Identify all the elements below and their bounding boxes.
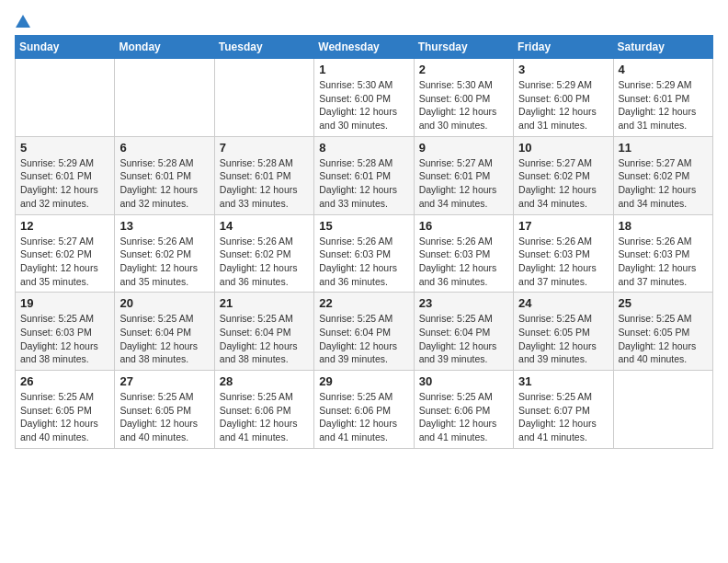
calendar-cell: 18Sunrise: 5:26 AM Sunset: 6:03 PM Dayli… <box>613 214 712 293</box>
calendar-cell: 24Sunrise: 5:25 AM Sunset: 6:05 PM Dayli… <box>514 293 613 371</box>
weekday-header: Monday <box>115 36 214 59</box>
day-number: 31 <box>518 374 608 388</box>
day-number: 15 <box>319 219 408 233</box>
day-number: 4 <box>619 63 708 76</box>
calendar-cell: 17Sunrise: 5:26 AM Sunset: 6:03 PM Dayli… <box>514 214 613 293</box>
calendar-cell <box>613 371 712 449</box>
calendar-cell: 8Sunrise: 5:28 AM Sunset: 6:01 PM Daylig… <box>314 136 414 214</box>
calendar-cell: 27Sunrise: 5:25 AM Sunset: 6:05 PM Dayli… <box>115 371 214 449</box>
calendar-week-row: 12Sunrise: 5:27 AM Sunset: 6:02 PM Dayli… <box>16 214 713 293</box>
day-number: 25 <box>619 296 708 310</box>
day-info: Sunrise: 5:25 AM Sunset: 6:04 PM Dayligh… <box>220 312 309 366</box>
weekday-header: Tuesday <box>214 36 313 59</box>
day-info: Sunrise: 5:26 AM Sunset: 6:03 PM Dayligh… <box>419 235 508 289</box>
calendar-cell: 2Sunrise: 5:30 AM Sunset: 6:00 PM Daylig… <box>414 59 513 137</box>
day-info: Sunrise: 5:25 AM Sunset: 6:04 PM Dayligh… <box>119 312 209 366</box>
day-info: Sunrise: 5:26 AM Sunset: 6:03 PM Dayligh… <box>518 235 608 289</box>
calendar-cell: 23Sunrise: 5:25 AM Sunset: 6:04 PM Dayli… <box>414 293 513 371</box>
logo-triangle-icon <box>16 15 30 28</box>
day-info: Sunrise: 5:25 AM Sunset: 6:05 PM Dayligh… <box>119 390 209 444</box>
day-info: Sunrise: 5:27 AM Sunset: 6:02 PM Dayligh… <box>20 235 109 289</box>
day-number: 24 <box>518 296 608 310</box>
calendar-week-row: 19Sunrise: 5:25 AM Sunset: 6:03 PM Dayli… <box>16 293 713 371</box>
calendar-cell <box>214 59 313 137</box>
day-number: 5 <box>20 141 109 155</box>
day-info: Sunrise: 5:27 AM Sunset: 6:01 PM Dayligh… <box>419 156 508 211</box>
calendar-cell: 19Sunrise: 5:25 AM Sunset: 6:03 PM Dayli… <box>16 293 115 371</box>
day-number: 29 <box>319 374 408 388</box>
day-number: 26 <box>20 374 109 388</box>
day-info: Sunrise: 5:27 AM Sunset: 6:02 PM Dayligh… <box>518 156 608 211</box>
day-info: Sunrise: 5:30 AM Sunset: 6:00 PM Dayligh… <box>319 78 408 132</box>
calendar-cell: 28Sunrise: 5:25 AM Sunset: 6:06 PM Dayli… <box>214 371 313 449</box>
weekday-header: Saturday <box>613 36 712 59</box>
calendar-cell: 31Sunrise: 5:25 AM Sunset: 6:07 PM Dayli… <box>514 371 613 449</box>
day-number: 22 <box>319 296 408 310</box>
day-info: Sunrise: 5:25 AM Sunset: 6:05 PM Dayligh… <box>518 312 608 366</box>
day-info: Sunrise: 5:27 AM Sunset: 6:02 PM Dayligh… <box>619 156 708 211</box>
calendar-cell: 1Sunrise: 5:30 AM Sunset: 6:00 PM Daylig… <box>314 59 414 137</box>
day-number: 11 <box>619 141 708 155</box>
day-info: Sunrise: 5:26 AM Sunset: 6:03 PM Dayligh… <box>319 235 408 289</box>
day-info: Sunrise: 5:25 AM Sunset: 6:04 PM Dayligh… <box>419 312 508 366</box>
calendar-table: SundayMondayTuesdayWednesdayThursdayFrid… <box>15 35 713 449</box>
calendar-cell: 16Sunrise: 5:26 AM Sunset: 6:03 PM Dayli… <box>414 214 513 293</box>
day-number: 6 <box>119 141 209 155</box>
day-info: Sunrise: 5:25 AM Sunset: 6:04 PM Dayligh… <box>319 312 408 366</box>
calendar-cell <box>115 59 214 137</box>
day-number: 17 <box>518 219 608 233</box>
day-info: Sunrise: 5:25 AM Sunset: 6:06 PM Dayligh… <box>220 390 309 444</box>
calendar-week-row: 5Sunrise: 5:29 AM Sunset: 6:01 PM Daylig… <box>16 136 713 214</box>
calendar-week-row: 1Sunrise: 5:30 AM Sunset: 6:00 PM Daylig… <box>16 59 713 137</box>
day-info: Sunrise: 5:29 AM Sunset: 6:01 PM Dayligh… <box>619 78 708 132</box>
day-info: Sunrise: 5:30 AM Sunset: 6:00 PM Dayligh… <box>419 78 508 132</box>
calendar-cell: 13Sunrise: 5:26 AM Sunset: 6:02 PM Dayli… <box>115 214 214 293</box>
calendar-cell: 3Sunrise: 5:29 AM Sunset: 6:00 PM Daylig… <box>514 59 613 137</box>
day-number: 18 <box>619 219 708 233</box>
calendar-cell: 9Sunrise: 5:27 AM Sunset: 6:01 PM Daylig… <box>414 136 513 214</box>
day-number: 20 <box>119 296 209 310</box>
day-info: Sunrise: 5:25 AM Sunset: 6:05 PM Dayligh… <box>619 312 708 366</box>
day-number: 23 <box>419 296 508 310</box>
calendar-cell: 5Sunrise: 5:29 AM Sunset: 6:01 PM Daylig… <box>16 136 115 214</box>
day-info: Sunrise: 5:28 AM Sunset: 6:01 PM Dayligh… <box>220 156 309 211</box>
calendar-cell: 15Sunrise: 5:26 AM Sunset: 6:03 PM Dayli… <box>314 214 414 293</box>
calendar-cell: 14Sunrise: 5:26 AM Sunset: 6:02 PM Dayli… <box>214 214 313 293</box>
calendar-cell: 12Sunrise: 5:27 AM Sunset: 6:02 PM Dayli… <box>16 214 115 293</box>
day-info: Sunrise: 5:29 AM Sunset: 6:00 PM Dayligh… <box>518 78 608 132</box>
day-number: 2 <box>419 63 508 76</box>
day-number: 8 <box>319 141 408 155</box>
day-number: 10 <box>518 141 608 155</box>
day-number: 28 <box>220 374 309 388</box>
calendar-cell: 22Sunrise: 5:25 AM Sunset: 6:04 PM Dayli… <box>314 293 414 371</box>
calendar-cell <box>16 59 115 137</box>
day-number: 7 <box>220 141 309 155</box>
calendar-cell: 6Sunrise: 5:28 AM Sunset: 6:01 PM Daylig… <box>115 136 214 214</box>
day-info: Sunrise: 5:26 AM Sunset: 6:02 PM Dayligh… <box>119 235 209 289</box>
calendar-cell: 21Sunrise: 5:25 AM Sunset: 6:04 PM Dayli… <box>214 293 313 371</box>
day-info: Sunrise: 5:25 AM Sunset: 6:03 PM Dayligh… <box>20 312 109 366</box>
day-info: Sunrise: 5:25 AM Sunset: 6:05 PM Dayligh… <box>20 390 109 444</box>
day-info: Sunrise: 5:25 AM Sunset: 6:06 PM Dayligh… <box>319 390 408 444</box>
day-info: Sunrise: 5:25 AM Sunset: 6:07 PM Dayligh… <box>518 390 608 444</box>
day-number: 3 <box>518 63 608 76</box>
day-info: Sunrise: 5:26 AM Sunset: 6:02 PM Dayligh… <box>220 235 309 289</box>
weekday-header: Wednesday <box>314 36 414 59</box>
calendar-week-row: 26Sunrise: 5:25 AM Sunset: 6:05 PM Dayli… <box>16 371 713 449</box>
weekday-header: Sunday <box>16 36 115 59</box>
day-info: Sunrise: 5:28 AM Sunset: 6:01 PM Dayligh… <box>319 156 408 211</box>
calendar-cell: 26Sunrise: 5:25 AM Sunset: 6:05 PM Dayli… <box>16 371 115 449</box>
calendar-cell: 20Sunrise: 5:25 AM Sunset: 6:04 PM Dayli… <box>115 293 214 371</box>
svg-marker-0 <box>16 15 30 28</box>
logo <box>15 15 31 24</box>
day-info: Sunrise: 5:26 AM Sunset: 6:03 PM Dayligh… <box>619 235 708 289</box>
day-number: 19 <box>20 296 109 310</box>
day-number: 9 <box>419 141 508 155</box>
day-info: Sunrise: 5:29 AM Sunset: 6:01 PM Dayligh… <box>20 156 109 211</box>
weekday-header-row: SundayMondayTuesdayWednesdayThursdayFrid… <box>16 36 713 59</box>
calendar-cell: 25Sunrise: 5:25 AM Sunset: 6:05 PM Dayli… <box>613 293 712 371</box>
weekday-header: Thursday <box>414 36 513 59</box>
calendar-cell: 11Sunrise: 5:27 AM Sunset: 6:02 PM Dayli… <box>613 136 712 214</box>
day-number: 27 <box>119 374 209 388</box>
day-info: Sunrise: 5:28 AM Sunset: 6:01 PM Dayligh… <box>119 156 209 211</box>
